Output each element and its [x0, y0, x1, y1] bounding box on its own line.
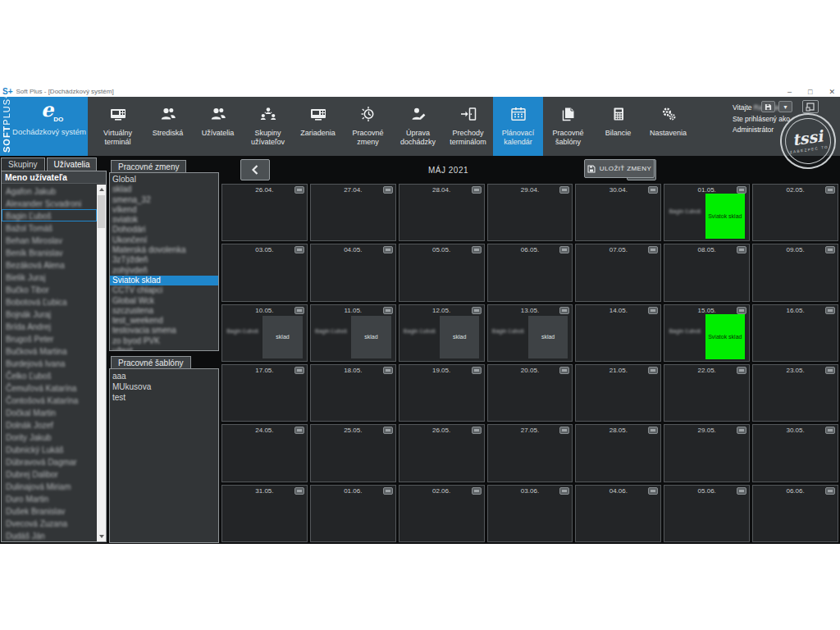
calendar-cell[interactable]: 29.04. — [487, 184, 573, 241]
cell-options-button[interactable] — [559, 367, 569, 374]
user-row[interactable]: Dubrej Dalibor — [2, 468, 97, 480]
scroll-up-arrow[interactable] — [97, 185, 106, 194]
scroll-down-arrow[interactable] — [97, 532, 106, 541]
nav-prava-doch-dzky[interactable]: Úprava dochádzky — [393, 97, 443, 156]
tab-uzivatelia[interactable]: Užívatelia — [47, 158, 98, 171]
cell-options-button[interactable] — [294, 367, 304, 374]
calendar-cell[interactable]: 19.05. — [399, 364, 485, 422]
calendar-cell[interactable]: 27.05. — [487, 424, 573, 482]
close-button[interactable]: ✕ — [829, 88, 835, 96]
shift-row[interactable]: Dohodári — [110, 225, 218, 235]
cell-event-shift[interactable]: sklad — [528, 316, 568, 358]
user-row[interactable]: Čelko Ľuboš — [2, 369, 97, 381]
user-row[interactable]: Duro Martin — [2, 492, 97, 504]
save-small-button[interactable] — [761, 101, 775, 112]
tab-pracovne-sablony[interactable]: Pracovné šablóny — [111, 356, 191, 368]
user-row[interactable]: Dolnák Jozef — [2, 418, 97, 431]
cell-options-button[interactable] — [737, 427, 746, 434]
cell-options-button[interactable] — [559, 246, 569, 253]
user-row[interactable]: Bezáková Alena — [2, 258, 97, 271]
calendar-cell[interactable]: 04.06. — [575, 485, 661, 542]
cell-options-button[interactable] — [294, 427, 304, 434]
scroll-thumb[interactable] — [98, 195, 105, 228]
cell-event-shift[interactable]: sklad — [262, 316, 302, 358]
cell-options-button[interactable] — [648, 307, 658, 314]
cell-options-button[interactable] — [559, 487, 569, 495]
cell-options-button[interactable] — [383, 487, 393, 495]
cell-event-holiday[interactable]: Sviatok sklad — [705, 314, 745, 359]
cell-options-button[interactable] — [737, 367, 746, 374]
calendar-cell[interactable]: 03.06. — [487, 485, 573, 542]
shift-row[interactable]: Global Wck — [110, 296, 218, 306]
user-row[interactable]: Dudáš Ján — [2, 529, 97, 541]
shift-row[interactable]: sklad — [110, 185, 218, 194]
cell-options-button[interactable] — [472, 367, 482, 374]
user-row[interactable]: Bojnák Juraj — [2, 308, 97, 320]
cell-options-button[interactable] — [825, 186, 835, 194]
cell-options-button[interactable] — [383, 367, 393, 374]
shift-row[interactable]: Materská dovolenka — [110, 245, 218, 255]
shift-row[interactable]: víkend — [110, 205, 218, 215]
cell-options-button[interactable] — [294, 246, 304, 253]
nav-skupiny-u-vate-ov[interactable]: Skupiny užívateľov — [243, 97, 293, 156]
cell-options-button[interactable] — [737, 246, 746, 253]
calendar-cell[interactable]: 27.04. — [310, 184, 396, 241]
nav-prechody-termin-lom[interactable]: Prechody terminálom — [443, 97, 493, 156]
user-row[interactable]: Alexander Scvadroni — [2, 197, 97, 209]
nav-virtu-lny-termin-l[interactable]: Virtuálny terminál — [93, 97, 143, 156]
cell-options-button[interactable] — [648, 246, 658, 253]
cell-options-button[interactable] — [472, 307, 482, 314]
calendar-cell[interactable]: 21.05. — [575, 364, 661, 422]
calendar-cell[interactable]: 30.04. — [575, 184, 661, 241]
cell-options-button[interactable] — [737, 186, 746, 194]
cell-options-button[interactable] — [383, 427, 393, 434]
calendar-cell[interactable]: 07.05. — [575, 244, 661, 301]
users-scrollbar[interactable] — [97, 185, 106, 541]
cell-options-button[interactable] — [294, 487, 304, 495]
calendar-cell[interactable]: 05.06. — [664, 485, 750, 542]
calendar-cell[interactable]: 31.05. — [221, 485, 308, 542]
shift-row[interactable]: zohývdeň — [110, 266, 218, 276]
nav-nastavenia[interactable]: Nastavenia — [643, 97, 693, 156]
user-row[interactable]: Brída Andrej — [2, 320, 97, 332]
user-row[interactable]: Bielik Juraj — [2, 271, 97, 283]
user-row[interactable]: Bučková Martina — [2, 345, 97, 357]
calendar-cell[interactable]: 25.05. — [310, 424, 396, 482]
user-row[interactable]: Bučko Tibor — [2, 283, 97, 295]
nav-zariadenia[interactable]: Zariadenia — [293, 97, 343, 156]
shift-row[interactable]: test_weekend — [110, 316, 218, 326]
shift-row[interactable]: smena_32 — [110, 195, 218, 205]
shift-row[interactable]: testovacia smena — [110, 326, 218, 336]
save-changes-button[interactable]: ULOŽIŤ ZMENY — [584, 159, 655, 178]
maximize-button[interactable]: □ — [808, 88, 812, 96]
shift-row[interactable]: sviatok — [110, 215, 218, 225]
cell-options-button[interactable] — [737, 307, 746, 314]
user-row[interactable]: Čontošová Katarína — [2, 394, 97, 406]
user-row[interactable]: Beník Branislav — [2, 246, 97, 258]
nav-stredisk[interactable]: Strediská — [143, 97, 193, 156]
calendar-cell[interactable]: 12.05.Bagin Ľubošsklad — [399, 304, 485, 362]
cell-options-button[interactable] — [383, 307, 393, 314]
user-row[interactable]: Dočkal Martin — [2, 406, 97, 418]
cell-options-button[interactable] — [472, 427, 482, 434]
calendar-cell[interactable]: 29.05. — [664, 424, 750, 482]
calendar-cell[interactable]: 06.06. — [752, 485, 838, 542]
user-row[interactable]: Bobotová Ľubica — [2, 295, 97, 308]
nav-pracovn-abl-ny[interactable]: Pracovné šablóny — [543, 97, 593, 156]
calendar-cell[interactable]: 10.05.Bagin Ľubošsklad — [221, 304, 308, 362]
user-row[interactable]: Dubnický Lukáš — [2, 443, 97, 455]
calendar-cell[interactable]: 22.05. — [664, 364, 750, 422]
user-row[interactable]: Dušek Branislav — [2, 504, 97, 517]
calendar-cell[interactable]: 26.04. — [221, 184, 308, 241]
calendar-cell[interactable]: 09.05. — [752, 244, 838, 301]
nav-pl-novac-kalend-r[interactable]: Plánovací kalendár — [493, 97, 543, 156]
cell-options-button[interactable] — [383, 246, 393, 253]
dropdown-button[interactable]: ▼ — [778, 101, 792, 112]
minimize-button[interactable]: – — [788, 88, 792, 96]
nav-bilancie[interactable]: Bilancie — [593, 97, 643, 156]
cell-options-button[interactable] — [294, 186, 304, 194]
user-row[interactable]: Brugoš Peter — [2, 332, 97, 345]
user-row[interactable]: Dulinajová Miriam — [2, 480, 97, 492]
template-row[interactable]: MUkusova — [110, 381, 218, 392]
cell-options-button[interactable] — [472, 487, 482, 495]
